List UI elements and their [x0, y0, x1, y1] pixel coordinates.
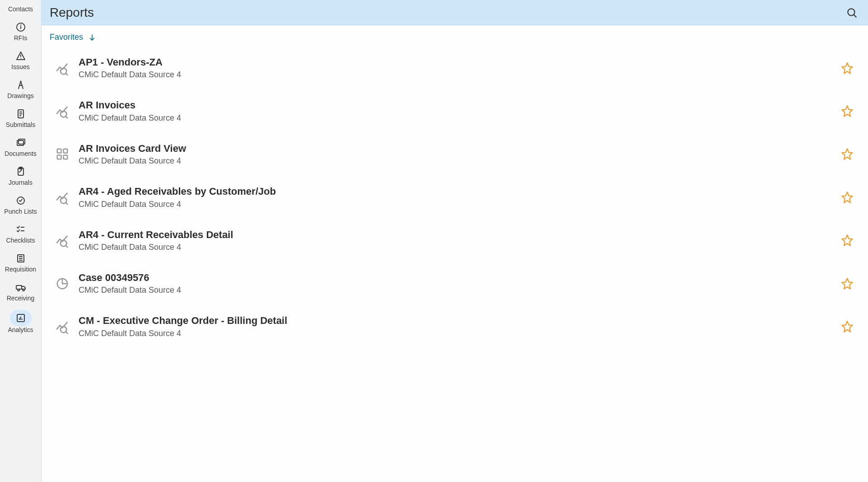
- star-icon: [841, 148, 854, 160]
- sidebar-item-contacts[interactable]: Contacts: [0, 0, 41, 17]
- report-source: CMiC Default Data Source 4: [79, 329, 838, 338]
- sidebar-item-label: Drawings: [7, 92, 33, 99]
- target-icon: [14, 194, 27, 207]
- sidebar-item-requisition[interactable]: Requisition: [0, 248, 41, 277]
- report-item[interactable]: AR Invoices Card View CMiC Default Data …: [46, 133, 863, 176]
- trend-search-icon: [53, 318, 71, 336]
- sidebar-item-checklists[interactable]: Checklists: [0, 220, 41, 248]
- sidebar-item-journals[interactable]: Journals: [0, 162, 41, 191]
- sidebar: Contacts RFIs Issues Drawings Submittals…: [0, 0, 42, 482]
- checklist-icon: [14, 223, 27, 236]
- sidebar-item-analytics[interactable]: Analytics: [0, 306, 41, 338]
- content-area: Favorites AP1 - Vendors-ZA CMiC Default …: [42, 25, 868, 482]
- report-title: AR4 - Aged Receivables by Customer/Job: [79, 186, 838, 197]
- page-header: Reports: [42, 0, 868, 25]
- report-source: CMiC Default Data Source 4: [79, 243, 838, 252]
- sidebar-item-label: Journals: [9, 179, 33, 186]
- trend-search-icon: [53, 102, 71, 120]
- sidebar-item-receiving[interactable]: Receiving: [0, 277, 41, 306]
- sidebar-item-label: RFIs: [14, 34, 28, 42]
- sidebar-item-punch-lists[interactable]: Punch Lists: [0, 191, 41, 220]
- favorites-label: Favorites: [50, 33, 83, 42]
- report-text: AP1 - Vendors-ZA CMiC Default Data Sourc…: [79, 56, 838, 80]
- favorite-toggle[interactable]: [838, 231, 856, 249]
- arrow-down-icon: [88, 33, 97, 42]
- report-item[interactable]: AP1 - Vendors-ZA CMiC Default Data Sourc…: [46, 47, 863, 89]
- trend-search-icon: [53, 231, 71, 249]
- report-list: AP1 - Vendors-ZA CMiC Default Data Sourc…: [42, 47, 868, 362]
- report-item[interactable]: CM - Executive Change Order - Billing De…: [46, 305, 863, 348]
- warning-icon: [14, 50, 27, 62]
- star-icon: [841, 191, 854, 204]
- star-icon: [841, 277, 854, 290]
- bar-chart-icon: [10, 310, 32, 326]
- info-icon: [14, 21, 27, 33]
- report-text: CM - Executive Change Order - Billing De…: [79, 315, 838, 338]
- search-icon: [846, 7, 858, 19]
- search-button[interactable]: [844, 5, 860, 21]
- star-icon: [841, 62, 854, 75]
- report-item[interactable]: Case 00349576 CMiC Default Data Source 4: [46, 262, 863, 305]
- report-item[interactable]: AR4 - Current Receivables Detail CMiC De…: [46, 219, 863, 262]
- favorite-toggle[interactable]: [838, 145, 856, 163]
- sidebar-item-submittals[interactable]: Submittals: [0, 104, 41, 133]
- sidebar-item-issues[interactable]: Issues: [0, 46, 41, 75]
- favorite-toggle[interactable]: [838, 59, 856, 77]
- report-source: CMiC Default Data Source 4: [79, 156, 838, 166]
- folders-icon: [14, 136, 27, 149]
- compass-icon: [14, 79, 27, 91]
- sidebar-item-label: Requisition: [5, 266, 36, 273]
- report-text: AR Invoices Card View CMiC Default Data …: [79, 143, 838, 166]
- main-content: Reports Favorites AP1 - Vendors-ZA CMiC …: [42, 0, 868, 482]
- report-title: Case 00349576: [79, 272, 838, 284]
- favorite-toggle[interactable]: [838, 318, 856, 336]
- truck-icon: [14, 281, 27, 294]
- sidebar-item-label: Receiving: [7, 295, 34, 302]
- sidebar-item-drawings[interactable]: Drawings: [0, 75, 41, 104]
- report-source: CMiC Default Data Source 4: [79, 70, 838, 80]
- report-title: CM - Executive Change Order - Billing De…: [79, 315, 838, 327]
- report-source: CMiC Default Data Source 4: [79, 285, 838, 295]
- sidebar-item-label: Analytics: [8, 326, 33, 333]
- star-icon: [841, 105, 854, 117]
- report-source: CMiC Default Data Source 4: [79, 113, 838, 123]
- report-title: AP1 - Vendors-ZA: [79, 56, 838, 68]
- clipboard-icon: [14, 165, 27, 178]
- trend-search-icon: [53, 59, 71, 77]
- sidebar-item-label: Issues: [11, 63, 29, 70]
- sidebar-item-label: Contacts: [8, 5, 33, 13]
- report-item[interactable]: AR Invoices CMiC Default Data Source 4: [46, 89, 863, 132]
- sidebar-item-label: Checklists: [6, 237, 35, 244]
- report-text: AR4 - Current Receivables Detail CMiC De…: [79, 229, 838, 252]
- report-title: AR Invoices Card View: [79, 143, 838, 154]
- star-icon: [841, 320, 854, 333]
- favorites-filter[interactable]: Favorites: [42, 25, 868, 47]
- page-title: Reports: [50, 5, 844, 20]
- sidebar-item-label: Submittals: [6, 121, 35, 128]
- sidebar-item-documents[interactable]: Documents: [0, 133, 41, 162]
- report-item[interactable]: AR4 - Aged Receivables by Customer/Job C…: [46, 176, 863, 219]
- star-icon: [841, 234, 854, 247]
- pie-chart-icon: [53, 275, 71, 293]
- sidebar-item-label: Documents: [5, 150, 37, 157]
- favorite-toggle[interactable]: [838, 188, 856, 206]
- report-title: AR Invoices: [79, 99, 838, 111]
- sidebar-item-label: Punch Lists: [4, 208, 37, 215]
- dashboard-icon: [53, 145, 71, 163]
- receipt-icon: [14, 252, 27, 265]
- report-text: Case 00349576 CMiC Default Data Source 4: [79, 272, 838, 295]
- document-icon: [14, 108, 27, 120]
- trend-search-icon: [53, 188, 71, 206]
- favorite-toggle[interactable]: [838, 275, 856, 293]
- sidebar-item-rfis[interactable]: RFIs: [0, 17, 41, 46]
- report-source: CMiC Default Data Source 4: [79, 200, 838, 209]
- report-text: AR Invoices CMiC Default Data Source 4: [79, 99, 838, 122]
- report-title: AR4 - Current Receivables Detail: [79, 229, 838, 241]
- report-text: AR4 - Aged Receivables by Customer/Job C…: [79, 186, 838, 209]
- favorite-toggle[interactable]: [838, 102, 856, 120]
